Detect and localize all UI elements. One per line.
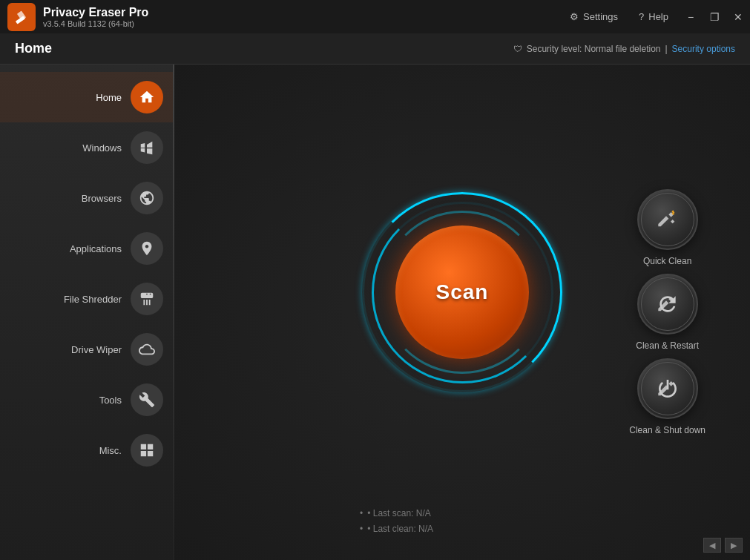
quick-clean-label: Quick Clean [643,256,691,266]
titlebar: Privacy Eraser Pro v3.5.4 Build 1132 (64… [0,0,750,33]
sidebar-item-tools[interactable]: Tools [0,375,174,425]
tools-icon [139,392,155,408]
tools-icon-wrap [131,383,163,416]
help-icon: ? [639,11,644,22]
sidebar-label-drive-wiper: Drive Wiper [71,344,122,355]
status-bar: • Last scan: N/A • Last clean: N/A [360,506,433,538]
nav-forward-button[interactable]: ▶ [725,538,743,553]
content-area: Scan Quick Clean [174,65,750,560]
gear-icon: ⚙ [570,11,579,22]
browsers-icon-wrap [131,182,163,214]
app-name: Privacy Eraser Pro [43,6,148,19]
sidebar-item-drive-wiper[interactable]: Drive Wiper [0,324,174,375]
sidebar-label-file-shredder: File Shredder [64,294,122,305]
clean-restart-group: Clean & Restart [636,274,699,351]
windows-icon-wrap [131,131,163,164]
clean-restart-button[interactable] [637,274,698,335]
drive-icon [139,341,155,358]
scan-ring: Scan [362,192,562,392]
app-version: v3.5.4 Build 1132 (64-bit) [43,19,148,28]
last-scan-status: • Last scan: N/A [360,506,433,522]
scan-button-label: Scan [436,280,489,304]
file-shredder-icon-wrap [131,283,163,315]
security-text: Security level: Normal file deletion [527,44,661,54]
quick-clean-icon [656,208,680,231]
sidebar-item-browsers[interactable]: Browsers [0,173,174,223]
app-title-block: Privacy Eraser Pro v3.5.4 Build 1132 (64… [43,6,148,28]
home-icon-wrap [131,81,163,113]
security-options-link[interactable]: Security options [672,44,735,54]
windows-icon [139,139,155,156]
restore-button[interactable]: ❐ [703,0,726,33]
page-title: Home [15,41,513,56]
sidebar-item-misc[interactable]: Misc. [0,425,174,475]
sidebar-item-applications[interactable]: Applications [0,223,174,274]
settings-label: Settings [583,11,618,22]
last-scan-label: • Last scan: N/A [367,508,431,518]
sidebar: Home Windows Browsers Applications [0,65,174,560]
security-info: 🛡 Security level: Normal file deletion |… [513,44,735,54]
app-logo [7,3,36,31]
clean-shutdown-label: Clean & Shut down [629,425,705,435]
svg-rect-1 [17,10,26,20]
last-clean-status: • Last clean: N/A [360,521,433,538]
clean-shutdown-button[interactable] [637,358,698,419]
misc-icon-wrap [131,434,163,467]
sidebar-label-browsers: Browsers [82,193,122,204]
sidebar-label-misc: Misc. [99,445,122,456]
right-actions: Quick Clean Clean & Restart [629,189,705,435]
app-icon [139,240,155,257]
minimize-button[interactable]: − [679,0,703,33]
shredder-icon [139,291,155,307]
sidebar-label-home: Home [96,92,122,103]
shield-icon: 🛡 [513,44,522,54]
sidebar-item-file-shredder[interactable]: File Shredder [0,274,174,324]
clean-shutdown-icon [656,377,680,401]
help-button[interactable]: ? Help [628,0,679,33]
clean-restart-label: Clean & Restart [636,340,699,351]
help-label: Help [648,11,668,22]
last-clean-label: • Last clean: N/A [367,524,433,534]
misc-icon [139,442,155,458]
sidebar-item-home[interactable]: Home [0,72,174,122]
settings-button[interactable]: ⚙ Settings [559,0,628,33]
sidebar-item-windows[interactable]: Windows [0,122,174,173]
nav-back-button[interactable]: ◀ [703,538,721,553]
scan-area: Scan [362,192,562,392]
clean-restart-icon [656,292,680,316]
clean-shutdown-group: Clean & Shut down [629,358,705,435]
scan-button[interactable]: Scan [395,225,529,359]
bottom-nav: ◀ ▶ [703,538,743,553]
globe-icon [139,190,155,206]
drive-wiper-icon-wrap [131,333,163,366]
sidebar-label-tools: Tools [99,395,122,406]
titlebar-right: ⚙ Settings ? Help − ❐ ✕ [559,0,750,33]
quick-clean-group: Quick Clean [637,189,698,266]
sidebar-label-applications: Applications [70,243,122,254]
close-button[interactable]: ✕ [726,0,750,33]
applications-icon-wrap [131,232,163,265]
main-layout: Home Windows Browsers Applications [0,65,750,560]
security-separator: | [665,44,667,54]
headerbar: Home 🛡 Security level: Normal file delet… [0,33,750,65]
sidebar-label-windows: Windows [82,142,122,154]
quick-clean-button[interactable] [637,189,698,250]
home-icon [139,89,155,105]
